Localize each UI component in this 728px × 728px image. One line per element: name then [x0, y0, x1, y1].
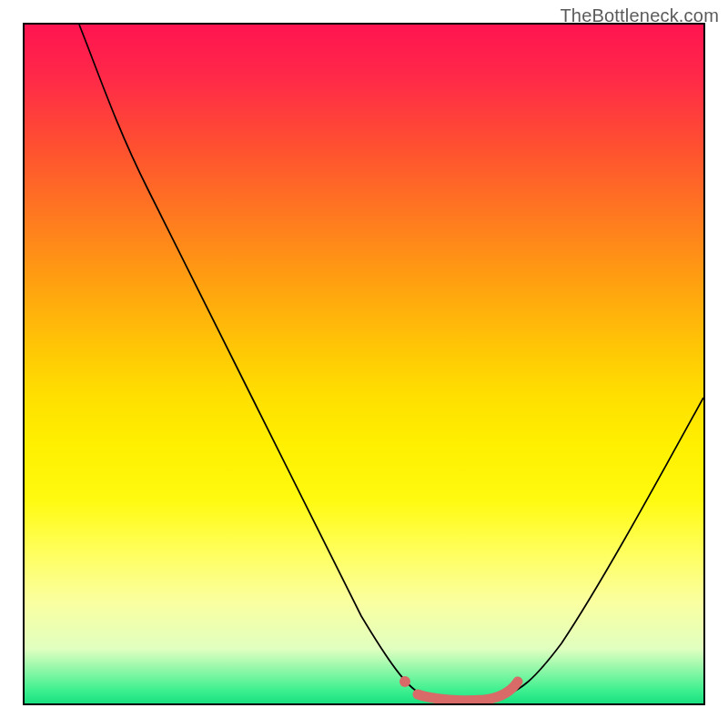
highlight-segment-line — [418, 682, 518, 701]
bottleneck-curve-line — [79, 25, 703, 700]
highlight-dot-start — [399, 676, 410, 687]
chart-svg — [25, 25, 703, 703]
chart-plot-area — [23, 23, 705, 705]
